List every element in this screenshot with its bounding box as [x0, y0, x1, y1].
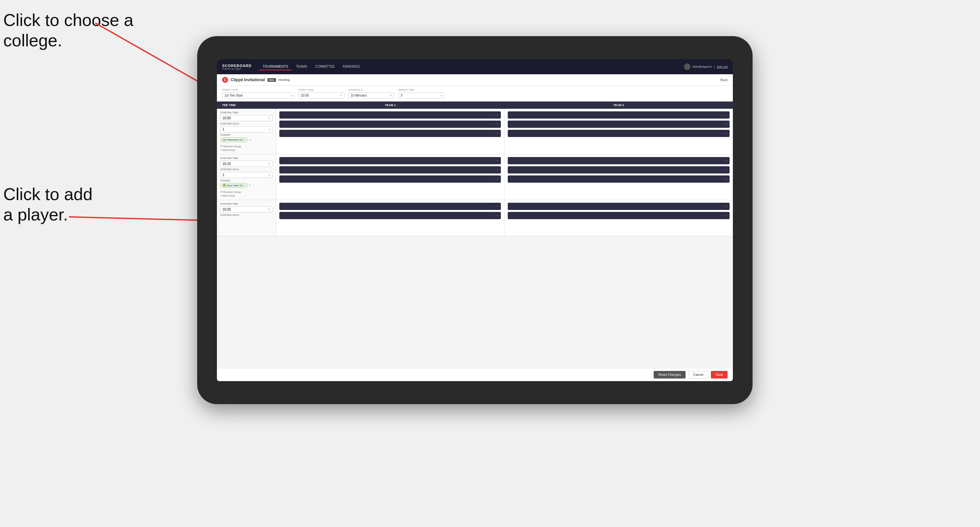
save-button[interactable]: Save — [711, 371, 728, 378]
group-2-remove[interactable]: ↺ Remove Group — [220, 190, 272, 194]
player-edit-icon[interactable]: ▾ — [497, 159, 498, 162]
group-3-left: STARTING TIME: 10:20 ⏱ STARTING HOLE: — [217, 200, 276, 236]
player-edit-icon[interactable]: ▾ — [497, 168, 498, 171]
player-x-icon[interactable]: × — [723, 178, 724, 181]
th-team1: Team 1 — [276, 103, 504, 107]
back-button[interactable]: Back — [721, 78, 728, 82]
list-item[interactable]: × ▾ — [508, 130, 730, 137]
start-time-select[interactable]: 10:00 ⏱ — [298, 92, 344, 98]
tab-rankings[interactable]: RANKINGS — [339, 63, 363, 70]
group-1-course-chevron: ▾ — [250, 138, 251, 141]
player-edit-icon[interactable]: ▾ — [497, 178, 498, 181]
list-item[interactable]: × ▾ — [279, 166, 501, 173]
player-edit-icon[interactable]: ▾ — [725, 205, 727, 208]
player-edit-icon[interactable]: ▾ — [725, 159, 727, 162]
group-size-group: Group Size 3 — [398, 88, 444, 98]
list-item[interactable]: × ▾ — [279, 130, 501, 137]
player-x-icon[interactable]: × — [723, 205, 724, 208]
player-x-icon[interactable]: × — [494, 205, 496, 208]
player-x-icon[interactable]: × — [494, 114, 496, 117]
list-item[interactable]: × ▾ — [279, 203, 501, 210]
group-2-course-remove[interactable]: × — [244, 184, 246, 187]
group-1-actions: ↺ Remove Group + Add Group — [220, 145, 272, 151]
player-edit-icon[interactable]: ▾ — [725, 178, 727, 181]
player-edit-icon[interactable]: ▾ — [725, 132, 727, 135]
group-size-value: 3 — [401, 94, 402, 97]
user-email: blair@clippd.io — [692, 65, 712, 68]
group-2-add[interactable]: + Add Group — [220, 194, 272, 197]
group-3-time-label: STARTING TIME: — [220, 203, 272, 205]
th-team2: Team 2 — [504, 103, 733, 107]
player-x-icon[interactable]: × — [723, 159, 724, 162]
list-item[interactable]: × ▾ — [279, 111, 501, 119]
group-1-remove[interactable]: ↺ Remove Group — [220, 145, 272, 148]
group-1-time-input[interactable]: 10:00 ⏱ — [220, 115, 272, 121]
cancel-button[interactable]: Cancel — [688, 371, 708, 378]
player-edit-icon[interactable]: ▾ — [725, 114, 727, 117]
player-x-icon[interactable]: × — [723, 123, 724, 126]
player-edit-icon[interactable]: ▾ — [497, 123, 498, 126]
tab-tournaments[interactable]: TOURNAMENTS — [259, 63, 291, 70]
list-item[interactable]: × ▾ — [508, 111, 730, 119]
player-edit-icon[interactable]: ▾ — [497, 205, 498, 208]
player-x-icon[interactable]: × — [723, 114, 724, 117]
list-item[interactable]: × ▾ — [279, 175, 501, 183]
group-2-course-icon: 🌿 — [223, 184, 226, 187]
reset-button[interactable]: Reset Changes — [654, 371, 686, 378]
group-size-chevron — [441, 94, 442, 97]
list-item[interactable]: × ▾ — [508, 157, 730, 164]
group-size-select[interactable]: 3 — [398, 92, 444, 98]
player-x-icon[interactable]: × — [494, 123, 496, 126]
list-item[interactable]: × ▾ — [508, 212, 730, 219]
start-type-select[interactable]: 1st Tee Start — [222, 92, 294, 98]
sign-out-link[interactable]: Sign out — [717, 65, 728, 68]
group-1-course-remove[interactable]: × — [245, 138, 246, 141]
group-1-hole-input[interactable]: 1 — [220, 126, 272, 132]
group-1-add[interactable]: + Add Group — [220, 149, 272, 151]
nav-logo-sub: Powered by clippd — [222, 68, 251, 70]
player-edit-icon[interactable]: ▾ — [725, 123, 727, 126]
group-1-team1: × ▾ × ▾ × — [276, 109, 504, 154]
list-item[interactable]: × ▾ — [508, 121, 730, 128]
start-type-group: Start Type 1st Tee Start — [222, 88, 294, 98]
start-type-value: 1st Tee Start — [224, 94, 243, 97]
player-x-icon[interactable]: × — [494, 178, 496, 181]
clock-icon-2: ⏱ — [267, 162, 270, 165]
group-3-team2: × ▾ × ▾ — [504, 200, 733, 236]
player-x-icon[interactable]: × — [494, 159, 496, 162]
list-item[interactable]: × ▾ — [279, 212, 501, 219]
list-item[interactable]: × ▾ — [279, 157, 501, 164]
main-content: STARTING TIME: 10:00 ⏱ STARTING HOLE: 1 … — [217, 109, 733, 368]
group-2-course-tag[interactable]: 🌿 East Lake GC × — [220, 183, 248, 188]
player-x-icon[interactable]: × — [494, 214, 496, 217]
nav-user: blair@clippd.io | Sign out — [684, 63, 728, 70]
player-edit-icon[interactable]: ▾ — [725, 168, 727, 171]
group-3-time-input[interactable]: 10:20 ⏱ — [220, 206, 272, 213]
player-edit-icon[interactable]: ▾ — [725, 214, 727, 217]
player-edit-icon[interactable]: ▾ — [497, 214, 498, 217]
intervals-value: 10 Minutes — [351, 94, 367, 97]
intervals-select[interactable]: 10 Minutes ⏱ — [348, 92, 395, 98]
list-item[interactable]: × ▾ — [508, 203, 730, 210]
tab-teams[interactable]: TEAMS — [293, 63, 310, 70]
player-x-icon[interactable]: × — [723, 214, 724, 217]
ann2-line1: Click to add — [3, 185, 93, 204]
tournament-header: C Clippd Invitational Men Hosting Back — [217, 74, 733, 86]
intervals-group: Intervals 10 Minutes ⏱ — [348, 88, 395, 98]
player-edit-icon[interactable]: ▾ — [497, 132, 498, 135]
player-x-icon[interactable]: × — [723, 132, 724, 135]
group-2-hole-label: STARTING HOLE: — [220, 168, 272, 170]
list-item[interactable]: × ▾ — [508, 166, 730, 173]
group-2-hole-input[interactable]: 1 — [220, 172, 272, 178]
player-x-icon[interactable]: × — [723, 168, 724, 171]
group-2-time-input[interactable]: 10:10 ⏱ — [220, 161, 272, 167]
group-1-course-tag[interactable]: (A) Peachtree GC × — [220, 137, 248, 142]
list-item[interactable]: × ▾ — [508, 175, 730, 183]
player-edit-icon[interactable]: ▾ — [497, 114, 498, 117]
group-3-hole-label: STARTING HOLE: — [220, 214, 272, 216]
player-x-icon[interactable]: × — [494, 168, 496, 171]
group-size-label: Group Size — [398, 88, 444, 91]
list-item[interactable]: × ▾ — [279, 121, 501, 128]
tab-committee[interactable]: COMMITTEE — [312, 63, 338, 70]
player-x-icon[interactable]: × — [494, 132, 496, 135]
